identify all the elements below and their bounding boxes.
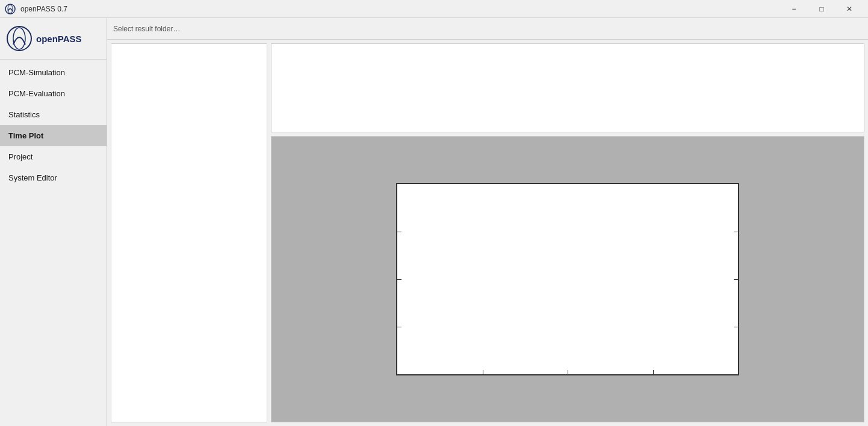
- svg-point-3: [13, 28, 25, 49]
- logo-area: openPASS: [0, 18, 107, 60]
- tick-bottom-3: [653, 370, 654, 375]
- plot-panel: [271, 136, 864, 422]
- sidebar-item-time-plot[interactable]: Time Plot: [0, 125, 107, 146]
- minimize-button[interactable]: −: [780, 0, 808, 18]
- sidebar-item-pcm-evaluation[interactable]: PCM-Evaluation: [0, 83, 107, 104]
- sidebar-item-project[interactable]: Project: [0, 146, 107, 167]
- maximize-button[interactable]: □: [808, 0, 835, 18]
- window-title: openPASS 0.7: [20, 5, 67, 13]
- app-layout: openPASS PCM-Simulation PCM-Evaluation S…: [0, 18, 868, 426]
- titlebar-left: openPASS 0.7: [5, 4, 67, 14]
- tick-left-1: [397, 232, 401, 232]
- tick-right-3: [734, 327, 739, 327]
- logo-text: openPASS: [36, 34, 82, 44]
- tick-right-1: [734, 232, 739, 232]
- select-folder-label: Select result folder…: [113, 25, 180, 33]
- sidebar-item-statistics[interactable]: Statistics: [0, 104, 107, 125]
- plot-inner: [309, 137, 826, 422]
- tick-left-3: [397, 327, 401, 327]
- content-area: [107, 40, 868, 426]
- titlebar: openPASS 0.7 − □ ✕: [0, 0, 868, 18]
- sidebar-item-pcm-simulation[interactable]: PCM-Simulation: [0, 62, 107, 83]
- window-controls: − □ ✕: [780, 0, 863, 18]
- toolbar: Select result folder…: [107, 18, 868, 40]
- sidebar-item-system-editor[interactable]: System Editor: [0, 167, 107, 188]
- tick-bottom-2: [568, 370, 568, 375]
- app-logo-icon: [5, 4, 16, 14]
- tick-right-2: [734, 279, 739, 280]
- tick-bottom-1: [483, 370, 483, 375]
- right-panel: [270, 40, 868, 426]
- main-content: Select result folder…: [107, 18, 868, 426]
- plot-gray-left: [271, 137, 309, 422]
- file-list-panel: [111, 43, 267, 422]
- svg-point-2: [7, 26, 31, 51]
- close-button[interactable]: ✕: [835, 0, 863, 18]
- plot-chart: [396, 183, 739, 375]
- plot-gray-right: [826, 137, 864, 422]
- top-mini-panel: [271, 43, 864, 132]
- tick-left-2: [397, 279, 401, 280]
- sidebar-logo-icon: [6, 25, 33, 52]
- sidebar: openPASS PCM-Simulation PCM-Evaluation S…: [0, 18, 107, 426]
